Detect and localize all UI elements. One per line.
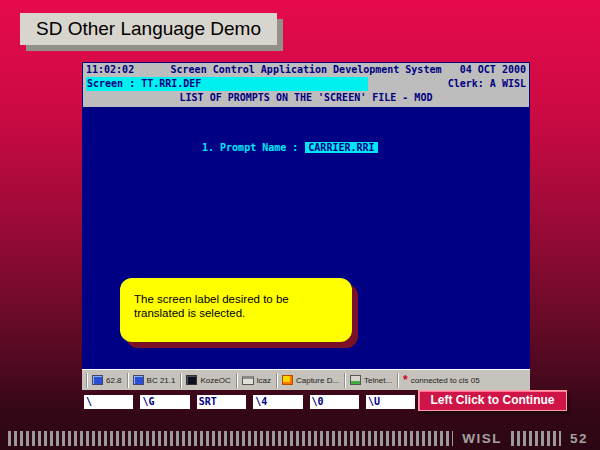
taskbar-item-label: BC 21.1: [147, 376, 176, 385]
taskbar-item[interactable]: * connected to cis 05: [397, 373, 485, 388]
terminal-header: 11:02:02 Screen Control Application Deve…: [82, 62, 530, 108]
taskbar-item[interactable]: 62.8: [86, 373, 127, 388]
taskbar-item[interactable]: lcaz: [236, 373, 276, 388]
capture-icon: [282, 375, 293, 385]
prompt-value-field[interactable]: CARRIER.RRI: [305, 142, 377, 153]
function-cell[interactable]: \0: [310, 395, 359, 409]
function-cell[interactable]: \: [84, 395, 133, 409]
prompt-line: 1. Prompt Name :CARRIER.RRI: [202, 142, 378, 153]
monitor-icon: [133, 375, 144, 385]
slide-footer: WISL 52: [8, 430, 588, 446]
taskbar: 62.8 BC 21.1 KozeOC lcaz Capture D... Te…: [82, 369, 530, 390]
terminal-header-row-1: 11:02:02 Screen Control Application Deve…: [83, 63, 529, 77]
function-cell[interactable]: \G: [140, 395, 189, 409]
taskbar-item-label: 62.8: [106, 376, 122, 385]
monitor-icon: [92, 375, 103, 385]
slide-background: SD Other Language Demo 11:02:02 Screen C…: [0, 0, 600, 450]
footer-brand: WISL: [462, 431, 502, 446]
printer-icon: [242, 376, 254, 385]
taskbar-item[interactable]: Telnet...: [344, 373, 397, 388]
taskbar-item[interactable]: Capture D...: [276, 373, 344, 388]
function-cell[interactable]: \4: [253, 395, 302, 409]
terminal-header-row-3: LIST OF PROMPTS ON THE 'SCREEN' FILE - M…: [83, 91, 529, 105]
telnet-icon: [350, 375, 361, 385]
slide-title: SD Other Language Demo: [20, 13, 277, 45]
taskbar-item[interactable]: KozeOC: [180, 373, 235, 388]
taskbar-item-label: Telnet...: [364, 376, 392, 385]
barcode-divider: [511, 431, 561, 446]
barcode-divider: [8, 431, 453, 446]
terminal-time: 11:02:02: [86, 63, 171, 77]
taskbar-item[interactable]: BC 21.1: [127, 373, 181, 388]
terminal-header-row-2: Screen : TT.RRI.DEF Clerk: A WISL: [83, 77, 529, 91]
taskbar-item-label: lcaz: [257, 376, 271, 385]
taskbar-item-label: Capture D...: [296, 376, 339, 385]
terminal-clerk: Clerk: A WISL: [448, 77, 526, 91]
screen-name-field[interactable]: Screen : TT.RRI.DEF: [86, 77, 368, 91]
terminal-subtitle: LIST OF PROMPTS ON THE 'SCREEN' FILE - M…: [180, 91, 433, 105]
terminal-app-title: Screen Control Application Development S…: [171, 63, 442, 77]
network-icon: *: [403, 375, 408, 385]
callout-text: The screen label desired to be translate…: [134, 293, 289, 319]
terminal-date: 04 OCT 2000: [441, 63, 526, 77]
slide-title-text: SD Other Language Demo: [36, 18, 261, 39]
page-number: 52: [570, 431, 588, 446]
function-cell[interactable]: SRT: [197, 395, 246, 409]
prompt-label: 1. Prompt Name :: [202, 142, 298, 153]
terminal-screenshot: 11:02:02 Screen Control Application Deve…: [82, 62, 530, 390]
continue-button[interactable]: Left Click to Continue: [418, 390, 567, 411]
terminal-body: 1. Prompt Name :CARRIER.RRI The screen l…: [82, 108, 530, 369]
taskbar-item-label: connected to cis 05: [411, 376, 480, 385]
callout-box: The screen label desired to be translate…: [120, 278, 352, 342]
taskbar-item-label: KozeOC: [200, 376, 230, 385]
function-cell[interactable]: \U: [366, 395, 415, 409]
terminal-icon: [186, 375, 197, 385]
